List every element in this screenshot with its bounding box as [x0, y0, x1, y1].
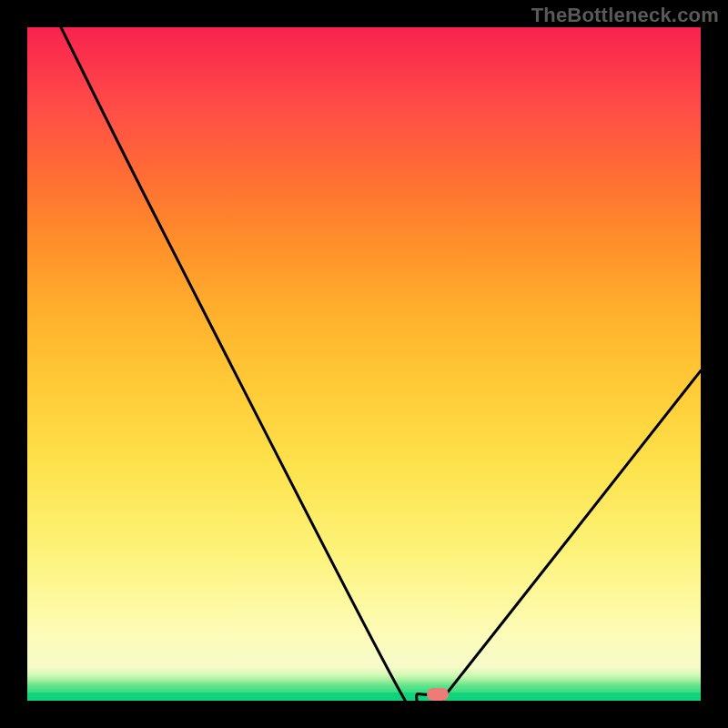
optimal-marker [427, 688, 449, 701]
bottleneck-curve [27, 27, 701, 701]
plot-area [27, 27, 701, 701]
chart-frame: TheBottleneck.com [0, 0, 728, 728]
watermark-text: TheBottleneck.com [531, 4, 719, 27]
